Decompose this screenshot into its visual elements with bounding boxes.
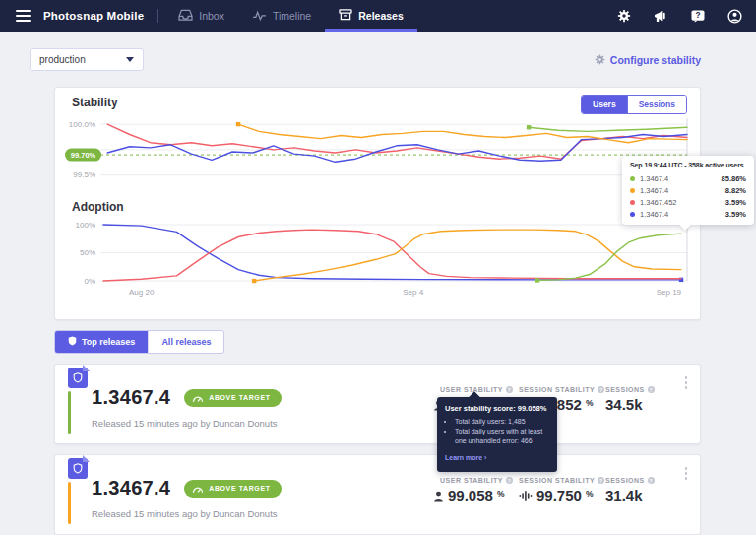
release-accent-bar	[68, 482, 71, 524]
svg-text:?: ?	[695, 10, 700, 20]
series-name: 1.3467.4	[640, 186, 668, 195]
info-icon[interactable]: ?	[506, 477, 513, 484]
users-sessions-toggle: Users Sessions	[581, 95, 687, 114]
session-waveform-icon	[519, 488, 533, 505]
user-stability-tooltip: User stability score: 99.058% Total dail…	[437, 397, 557, 472]
release-version[interactable]: 1.3467.4	[92, 477, 170, 500]
learn-more-link[interactable]: Learn more ›	[445, 454, 486, 461]
top-nav: Photosnap Mobile Inbox Timeline Releases…	[0, 0, 756, 32]
series-dot	[630, 176, 635, 181]
tooltip-title: Sep 19 9:44 UTC - 358k active users	[630, 162, 746, 168]
gauge-icon	[192, 480, 204, 498]
svg-text:0%: 0%	[84, 277, 95, 286]
configure-stability-label: Configure stability	[610, 54, 701, 66]
tab-top-releases[interactable]: Top releases	[55, 331, 148, 353]
svg-text:99.70%: 99.70%	[71, 151, 96, 160]
svg-text:100%: 100%	[76, 221, 95, 230]
stat-label: SESSIONS	[605, 386, 645, 393]
series-name: 1.3467.4	[640, 174, 668, 183]
tooltip-bullet: Total daily users: 1,485	[455, 417, 549, 427]
nav-item-inbox[interactable]: Inbox	[164, 0, 238, 32]
environment-selected-value: production	[39, 54, 86, 65]
timeline-icon	[252, 10, 267, 23]
inbox-icon	[178, 9, 193, 23]
toggle-users-button[interactable]: Users	[582, 96, 627, 113]
tooltip-row: 1.3467.4 85.86%	[630, 172, 746, 184]
menu-icon[interactable]	[16, 10, 31, 22]
kebab-menu-icon[interactable]	[685, 467, 688, 480]
release-card-2[interactable]: 1.3467.4 ABOVE TARGET Released 15 minute…	[54, 454, 701, 535]
tab-all-releases[interactable]: All releases	[148, 331, 223, 353]
chevron-down-icon	[126, 57, 134, 62]
sessions-value: 34.5k	[605, 397, 643, 412]
percent-sign: %	[586, 398, 594, 408]
stability-line-chart[interactable]: 100.0%99.5%99.70%	[65, 115, 695, 190]
release-meta: Released 15 minutes ago by Duncan Donuts	[92, 508, 278, 519]
release-accent-bar	[68, 391, 71, 434]
configure-stability-link[interactable]: Configure stability	[595, 51, 701, 69]
svg-text:Sep 19: Sep 19	[657, 288, 682, 297]
shield-icon	[68, 336, 77, 348]
releases-icon	[339, 9, 352, 23]
tooltip-row: 1.3467.452 3.59%	[630, 196, 746, 208]
badge-label: ABOVE TARGET	[209, 485, 270, 492]
tab-label: All releases	[161, 337, 211, 347]
series-dot	[630, 200, 635, 205]
nav-item-releases[interactable]: Releases	[325, 0, 417, 32]
svg-text:100.0%: 100.0%	[69, 120, 95, 129]
user-stability-stat: USER STABILITY? 99.058 %	[433, 477, 513, 505]
info-icon[interactable]: ?	[598, 477, 604, 484]
settings-icon[interactable]	[617, 9, 631, 23]
series-value: 3.59%	[725, 198, 746, 207]
svg-text:Aug 20: Aug 20	[129, 288, 155, 297]
series-name: 1.3467.4	[640, 210, 668, 219]
toggle-sessions-button[interactable]: Sessions	[627, 96, 686, 113]
info-icon[interactable]: ?	[506, 386, 513, 393]
svg-text:50%: 50%	[80, 248, 95, 257]
kebab-menu-icon[interactable]	[685, 376, 688, 389]
help-icon[interactable]: ?	[691, 10, 705, 23]
stat-label: SESSION STABILITY	[519, 477, 595, 484]
sessions-value: 31.4k	[605, 488, 643, 502]
toolbar: production Configure stability	[0, 48, 756, 71]
badge-label: ABOVE TARGET	[209, 394, 270, 401]
user-stability-value: 99.058	[448, 488, 493, 502]
stat-label: SESSIONS	[605, 477, 645, 484]
app-title: Photosnap Mobile	[43, 10, 144, 22]
release-bookmark-icon	[68, 368, 88, 388]
info-icon[interactable]: ?	[648, 477, 655, 484]
percent-sign: %	[586, 489, 594, 499]
nav-divider	[158, 9, 158, 23]
info-icon[interactable]: ?	[598, 386, 604, 393]
chart-hover-tooltip: Sep 19 9:44 UTC - 358k active users 1.34…	[622, 156, 754, 225]
stat-label: USER STABILITY	[440, 386, 503, 393]
percent-sign: %	[497, 489, 505, 499]
above-target-badge: ABOVE TARGET	[184, 480, 281, 498]
session-stability-value: 99.750	[536, 488, 582, 502]
series-value: 85.86%	[722, 174, 746, 183]
sessions-stat: SESSIONS? 31.4k	[605, 477, 655, 502]
svg-text:99.5%: 99.5%	[73, 170, 95, 179]
nav-item-label: Releases	[358, 10, 404, 22]
nav-item-label: Inbox	[199, 10, 224, 22]
gauge-icon	[192, 389, 204, 407]
sessions-stat: SESSIONS? 34.5k	[605, 386, 655, 412]
nav-item-timeline[interactable]: Timeline	[238, 0, 325, 32]
release-card-1[interactable]: 1.3467.4 ABOVE TARGET Released 15 minute…	[54, 364, 701, 444]
series-dot	[630, 212, 635, 217]
gear-icon	[595, 51, 605, 69]
release-version[interactable]: 1.3467.4	[92, 386, 170, 409]
environment-select[interactable]: production	[30, 48, 144, 71]
release-bookmark-icon	[68, 458, 88, 479]
announcements-icon[interactable]	[654, 10, 668, 23]
stat-label: SESSION STABILITY	[519, 386, 595, 393]
adoption-line-chart[interactable]: 100%50%0%Aug 20Sep 4Sep 19	[65, 220, 695, 299]
tooltip-row: 1.3467.4 3.59%	[630, 208, 746, 220]
info-icon[interactable]: ?	[648, 386, 655, 393]
series-name: 1.3467.452	[640, 198, 677, 207]
tooltip-bullet: Total daily users with at least one unha…	[455, 427, 549, 446]
account-icon[interactable]	[727, 9, 742, 24]
release-meta: Released 15 minutes ago by Duncan Donuts	[92, 418, 278, 429]
stat-label: USER STABILITY	[440, 477, 503, 484]
series-value: 8.82%	[725, 186, 746, 195]
